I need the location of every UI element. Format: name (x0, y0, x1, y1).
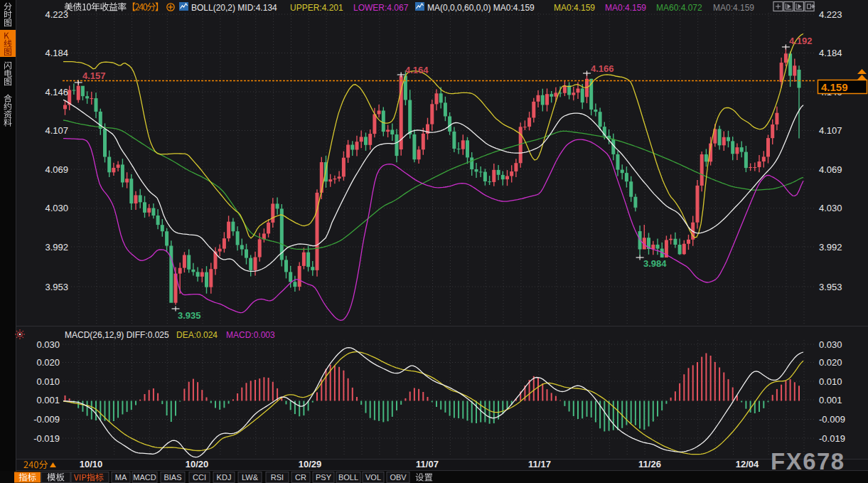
svg-text:MACD: MACD (133, 473, 156, 482)
svg-text:4.030: 4.030 (819, 203, 842, 213)
svg-text:LOWER:4.067: LOWER:4.067 (353, 3, 409, 13)
svg-text:4.164: 4.164 (405, 65, 429, 75)
svg-text:4.157: 4.157 (82, 70, 106, 81)
svg-text:12/04: 12/04 (736, 459, 759, 469)
svg-text:PSY: PSY (316, 473, 332, 482)
svg-text:OBV: OBV (390, 473, 407, 482)
svg-text:BIAS: BIAS (164, 473, 181, 482)
svg-text:CCI: CCI (193, 473, 206, 482)
svg-text:CR: CR (295, 473, 306, 482)
svg-text:0.010: 0.010 (36, 376, 60, 387)
svg-text:4.069: 4.069 (45, 164, 68, 175)
svg-text:LW&: LW& (242, 473, 259, 482)
svg-text:0.030: 0.030 (819, 339, 842, 350)
svg-text:MA(0,0,0,60,0,0) MA0:4.159: MA(0,0,0,60,0,0) MA0:4.159 (427, 3, 535, 13)
svg-text:11/07: 11/07 (416, 459, 439, 469)
svg-text:4.184: 4.184 (45, 48, 68, 58)
svg-text:10/20: 10/20 (186, 459, 209, 469)
svg-text:MA: MA (115, 473, 127, 482)
svg-text:VOL: VOL (365, 473, 381, 482)
svg-text:4.223: 4.223 (819, 9, 842, 20)
svg-text:10/29: 10/29 (299, 459, 322, 469)
svg-text:-0.009: -0.009 (33, 414, 60, 425)
svg-text:KDJ: KDJ (217, 473, 232, 482)
svg-text:MACD:0.003: MACD:0.003 (226, 330, 275, 340)
svg-text:0.001: 0.001 (36, 395, 60, 405)
svg-text:4.030: 4.030 (45, 203, 68, 213)
svg-text:3.992: 3.992 (45, 242, 68, 253)
svg-text:MA0:4.159: MA0:4.159 (605, 3, 646, 13)
svg-text:4.184: 4.184 (819, 48, 842, 58)
svg-text:MA0:4.159: MA0:4.159 (713, 3, 754, 13)
svg-text:11/26: 11/26 (638, 459, 661, 469)
svg-text:4.107: 4.107 (819, 125, 842, 136)
svg-text:BOLL(20,2) MID:4.134: BOLL(20,2) MID:4.134 (191, 3, 277, 13)
svg-text:4.107: 4.107 (45, 125, 68, 136)
svg-text:4.159: 4.159 (821, 81, 848, 93)
svg-text:0.010: 0.010 (819, 376, 842, 387)
svg-text:10/10: 10/10 (80, 459, 103, 469)
svg-text:DEA:0.024: DEA:0.024 (176, 330, 218, 340)
svg-text:FX678: FX678 (771, 448, 845, 474)
svg-text:RSI: RSI (271, 473, 284, 482)
svg-text:3.984: 3.984 (643, 258, 667, 269)
svg-text:0.030: 0.030 (36, 339, 60, 350)
svg-text:4.166: 4.166 (591, 63, 614, 74)
svg-text:BOLL: BOLL (338, 473, 358, 482)
svg-text:MACD(26,12,9) DIFF:0.025: MACD(26,12,9) DIFF:0.025 (65, 330, 169, 340)
svg-text:MA0:4.159: MA0:4.159 (554, 3, 595, 13)
svg-text:11/17: 11/17 (528, 459, 551, 469)
svg-text:4.146: 4.146 (45, 87, 68, 97)
svg-text:0.020: 0.020 (36, 357, 60, 368)
svg-text:3.992: 3.992 (819, 242, 842, 253)
svg-text:MA60:4.072: MA60:4.072 (656, 3, 702, 13)
svg-text:-0.019: -0.019 (33, 433, 60, 444)
svg-text:3.953: 3.953 (45, 282, 68, 292)
svg-text:3.953: 3.953 (819, 282, 842, 292)
svg-text:-0.009: -0.009 (819, 414, 845, 425)
svg-text:UPPER:4.201: UPPER:4.201 (290, 3, 343, 13)
svg-text:0.001: 0.001 (819, 395, 842, 405)
svg-text:3.935: 3.935 (178, 310, 201, 321)
svg-text:4.069: 4.069 (819, 164, 842, 175)
svg-text:0.020: 0.020 (819, 357, 842, 368)
svg-text:4.192: 4.192 (789, 36, 813, 46)
svg-text:-0.019: -0.019 (819, 433, 845, 444)
